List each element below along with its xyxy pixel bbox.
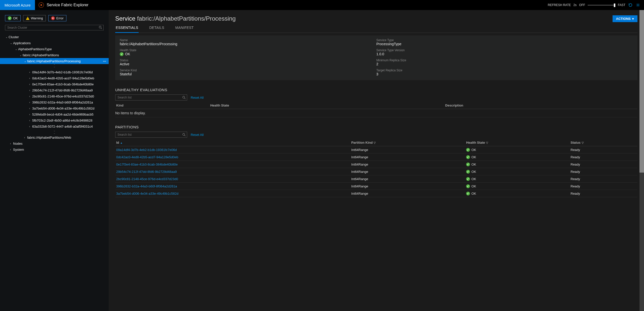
refresh-slider-thumb[interactable] <box>614 4 615 7</box>
page-name: fabric:/AlphabetPartitions/Processing <box>137 15 236 22</box>
tabs: ESSENTIALS DETAILS MANIFEST <box>115 24 637 33</box>
partition-row[interactable]: 09a14df4-3d7b-4eb2-b1db-19361fc7e06dInt6… <box>115 146 637 153</box>
tree-service-web[interactable]: › fabric:/AlphabetPartitions/Web <box>0 134 109 140</box>
sort-asc-icon: ▲ <box>120 141 123 144</box>
unhealthy-empty: No items to display. <box>115 109 637 117</box>
app-title-text: Service Fabric Explorer <box>47 3 88 7</box>
unhealthy-search-input[interactable] <box>115 94 187 100</box>
tab-details[interactable]: DETAILS <box>149 24 165 33</box>
tree-partition[interactable]: ›396b2632-b32a-44a3-b60f-8f064a2d261a <box>0 99 109 105</box>
tree-partition[interactable]: ›5fb703c2-2bdf-4b50-a86d-e4c9c9498628 <box>0 117 109 123</box>
ess-name-value: fabric:/AlphabetPartitions/Processing <box>120 42 376 46</box>
chevron-down-icon: ⌄ <box>6 36 9 38</box>
refresh-fast-label: FAST <box>618 3 625 7</box>
tree-system-label: System <box>13 148 24 151</box>
azure-logo[interactable]: Microsoft Azure <box>0 0 35 10</box>
tree-nodes[interactable]: › Nodes <box>0 140 109 146</box>
ok-icon: ✓ <box>466 177 470 181</box>
tree-collapse-up-icon[interactable]: ⌃⌃ <box>0 64 109 69</box>
partition-row[interactable]: 29b54c74-212f-47dd-8fd6-9b2729d48aa9Int6… <box>115 168 637 175</box>
partition-id[interactable]: 3a7beb54-d006-4e34-a33e-49c49b1c582d <box>115 190 350 197</box>
tree-app[interactable]: ⌄ fabric:/AlphabetPartitions <box>0 52 109 58</box>
ess-svcver-label: Service Type Version <box>376 48 633 52</box>
tree-partition[interactable]: ›63a332b8-5072-4447-a4b8-a0af5f4031c4 <box>0 123 109 129</box>
refresh-rate-value: 2s <box>573 3 577 7</box>
col-desc[interactable]: Description <box>444 102 637 109</box>
chevron-right-icon: › <box>29 77 32 80</box>
partition-id[interactable]: 0e17f3e4-83ae-41b3-8cab-384bde40b80e <box>115 161 350 168</box>
filter-error-label: Error <box>56 16 64 20</box>
filter-icon[interactable]: ▽ <box>374 141 376 144</box>
tree-system[interactable]: › System <box>0 146 109 152</box>
tree-collapse-down-icon[interactable]: ⌄⌄ <box>0 129 109 134</box>
partition-id[interactable]: 396b2632-b32a-44a3-b60f-8f064a2d261a <box>115 183 350 190</box>
refresh-off-label: OFF <box>579 3 585 7</box>
partition-row[interactable]: 396b2632-b32a-44a3-b60f-8f064a2d261aInt6… <box>115 183 637 190</box>
partition-row[interactable]: 0e17f3e4-83ae-41b3-8cab-384bde40b80eInt6… <box>115 161 637 168</box>
partition-status: Ready <box>570 183 637 190</box>
chevron-right-icon: › <box>29 83 32 86</box>
tree-cluster-label: Cluster <box>9 35 19 39</box>
col-health[interactable]: Health State▽ <box>465 139 570 146</box>
tree-app-type[interactable]: ⌄ AlphabetPartitionsType <box>0 46 109 52</box>
tree-partition[interactable]: ›29b54c74-212f-47dd-8fd6-9b2729d48aa9 <box>0 87 109 93</box>
unhealthy-reset-link[interactable]: Reset All <box>191 96 204 99</box>
partitions-table: Id▲ Partition Kind▽ Health State▽ Status… <box>115 139 637 197</box>
partition-kind: Int64Range <box>350 153 465 161</box>
svg-line-4 <box>184 98 185 99</box>
partition-health: ✓OK <box>465 153 570 161</box>
svg-line-2 <box>101 28 102 29</box>
ess-status-label: Status <box>120 59 376 62</box>
settings-icon[interactable] <box>635 3 640 8</box>
tree-partition[interactable]: ›528febd9-becd-4d04-aa2d-48de969bacb5 <box>0 111 109 117</box>
section-unhealthy-title: UNHEALTHY EVALUATIONS <box>115 88 637 92</box>
col-id[interactable]: Id▲ <box>115 139 350 146</box>
service-fabric-icon <box>38 2 44 8</box>
ok-icon: ✓ <box>466 170 470 174</box>
col-status[interactable]: Status▽ <box>570 139 637 146</box>
ok-icon: ✓ <box>466 155 470 159</box>
col-pkind[interactable]: Partition Kind▽ <box>350 139 465 146</box>
unhealthy-table: Kind Health State Description <box>115 102 637 109</box>
page-kind-label: Service <box>115 15 135 22</box>
partition-id[interactable]: 29b54c74-212f-47dd-8fd6-9b2729d48aa9 <box>115 168 350 175</box>
filter-icon[interactable]: ▽ <box>486 141 488 144</box>
partition-row[interactable]: 2bc90c81-2148-45ce-976d-e4cd337d23d0Int6… <box>115 175 637 183</box>
partition-id[interactable]: 09a14df4-3d7b-4eb2-b1db-19361fc7e06d <box>115 146 350 153</box>
cluster-search-input[interactable] <box>5 25 104 30</box>
tree-partition-label: 09a14df4-3d7b-4eb2-b1db-19361fc7e06d <box>32 70 93 74</box>
col-health[interactable]: Health State <box>209 102 444 109</box>
tree-partition[interactable]: ›0dc42ac0-4ed8-42b5-acd7-94a128e5d0eb <box>0 75 109 81</box>
tree-node-menu[interactable]: ⋯ <box>103 59 106 63</box>
partition-row[interactable]: 0dc42ac0-4ed8-42b5-acd7-94a128e5d0ebInt6… <box>115 153 637 161</box>
search-icon <box>182 96 186 99</box>
partitions-search-input[interactable] <box>115 132 187 138</box>
tree-partition[interactable]: ›3a7beb54-d006-4e34-a33e-49c49b1c582d <box>0 105 109 111</box>
scrollbar-thumb[interactable] <box>639 10 644 173</box>
tree-service-processing[interactable]: ⌄ fabric:/AlphabetPartitions/Processing … <box>0 58 109 64</box>
topbar-controls: REFRESH RATE 2s OFF FAST <box>548 3 644 8</box>
scrollbar-track[interactable] <box>639 10 644 311</box>
tree-partition[interactable]: ›09a14df4-3d7b-4eb2-b1db-19361fc7e06d <box>0 69 109 75</box>
refresh-slider[interactable] <box>588 5 615 6</box>
app-title: Service Fabric Explorer <box>35 2 92 8</box>
chevron-right-icon: › <box>29 107 32 110</box>
tree-partition[interactable]: ›2bc90c81-2148-45ce-976d-e4cd337d23d0 <box>0 93 109 99</box>
partition-id[interactable]: 2bc90c81-2148-45ce-976d-e4cd337d23d0 <box>115 175 350 183</box>
col-kind[interactable]: Kind <box>115 102 209 109</box>
filter-ok[interactable]: ✓ OK <box>5 15 21 21</box>
tree-cluster[interactable]: ⌄ Cluster <box>0 34 109 40</box>
tree-applications[interactable]: ⌄ Applications <box>0 40 109 46</box>
partitions-reset-link[interactable]: Reset All <box>191 133 204 137</box>
refresh-icon[interactable] <box>628 3 633 8</box>
actions-button[interactable]: ACTIONS ▾ <box>613 15 638 22</box>
partition-row[interactable]: 3a7beb54-d006-4e34-a33e-49c49b1c582dInt6… <box>115 190 637 197</box>
tree-partition[interactable]: ›0e17f3e4-83ae-41b3-8cab-384bde40b80e <box>0 81 109 87</box>
partition-id[interactable]: 0dc42ac0-4ed8-42b5-acd7-94a128e5d0eb <box>115 153 350 161</box>
tab-essentials[interactable]: ESSENTIALS <box>115 24 139 33</box>
filter-warning[interactable]: Warning <box>23 15 46 21</box>
page-title: Service fabric:/AlphabetPartitions/Proce… <box>115 15 236 22</box>
filter-icon[interactable]: ▽ <box>582 141 584 144</box>
tab-manifest[interactable]: MANIFEST <box>175 24 194 33</box>
filter-error[interactable]: ✕ Error <box>48 15 66 21</box>
